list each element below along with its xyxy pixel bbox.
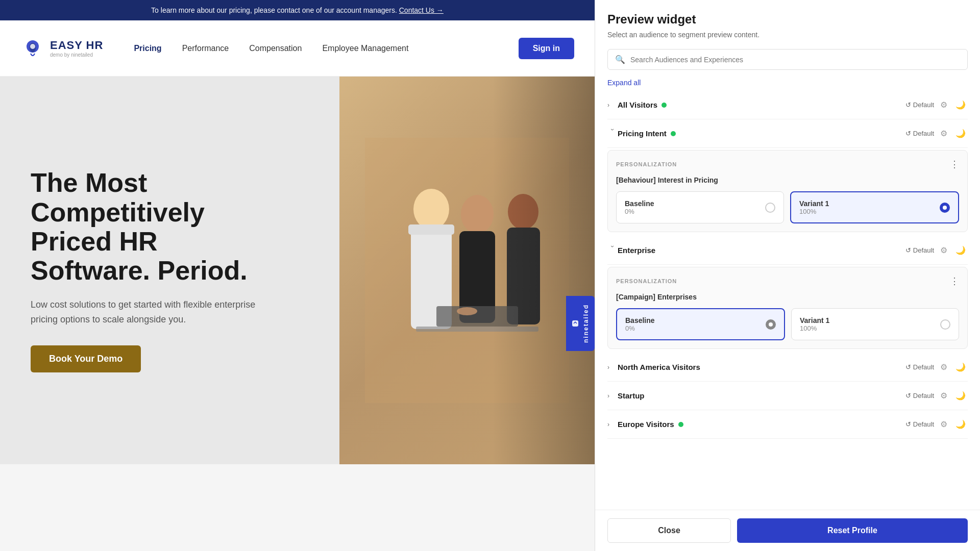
hero-title: The Most Competitively Priced HR Softwar… <box>31 168 276 285</box>
ninetailed-icon <box>571 319 579 328</box>
svg-rect-13 <box>572 320 578 327</box>
settings-icon-europe[interactable]: ⚙ <box>938 417 949 431</box>
ninetailed-tab[interactable]: ninetailed <box>566 296 595 351</box>
panel-title: Preview widget <box>607 12 968 27</box>
search-input[interactable] <box>630 56 960 64</box>
variants-row-enterprise: Baseline 0% Variant 1 100% <box>616 308 959 340</box>
variant-1-enterprise[interactable]: Variant 1 100% <box>791 308 959 340</box>
radio-baseline-enterprise[interactable] <box>766 319 776 330</box>
moon-icon-startup[interactable]: 🌙 <box>953 389 968 403</box>
svg-point-8 <box>508 194 538 230</box>
radio-variant1-enterprise[interactable] <box>940 319 950 330</box>
top-banner: To learn more about our pricing, please … <box>0 0 595 20</box>
logo-text: EASY HR demo by ninetailed <box>50 39 103 58</box>
baseline-pct-pricing: 0% <box>625 208 654 215</box>
hero-content: The Most Competitively Priced HR Softwar… <box>0 128 306 413</box>
refresh-icon: ↺ <box>905 130 911 137</box>
moon-icon-europe[interactable]: 🌙 <box>953 417 968 431</box>
more-button-pricing[interactable]: ⋮ <box>950 159 959 170</box>
nav-employee-management[interactable]: Employee Management <box>322 44 408 53</box>
audience-actions-enterprise: ↺ Default ⚙ 🌙 <box>905 243 968 257</box>
audience-name-europe: Europe Visitors <box>618 420 905 429</box>
signin-button[interactable]: Sign in <box>519 38 574 59</box>
hero-subtitle: Low cost solutions to get started with f… <box>31 297 276 327</box>
personalization-label-enterprise: PERSONALIZATION <box>616 278 677 284</box>
moon-icon-all-visitors[interactable]: 🌙 <box>953 98 968 112</box>
audience-row-all-visitors[interactable]: › All Visitors ↺ Default ⚙ 🌙 <box>607 91 968 119</box>
radio-baseline-pricing[interactable] <box>765 203 775 213</box>
audience-row-pricing-intent[interactable]: › Pricing Intent ↺ Default ⚙ 🌙 PERSO <box>607 119 968 232</box>
baseline-name-enterprise: Baseline <box>625 316 655 324</box>
audience-name-startup: Startup <box>618 391 905 400</box>
variant1-pct-pricing: 100% <box>799 208 829 215</box>
panel-content: › All Visitors ↺ Default ⚙ 🌙 › <box>595 91 980 510</box>
moon-icon-enterprise[interactable]: 🌙 <box>953 243 968 257</box>
variant-baseline-enterprise[interactable]: Baseline 0% <box>616 308 785 340</box>
variant1-name-enterprise: Variant 1 <box>800 316 829 324</box>
audience-actions-europe: ↺ Default ⚙ 🌙 <box>905 417 968 431</box>
reset-profile-button[interactable]: Reset Profile <box>737 518 968 543</box>
audience-actions-startup: ↺ Default ⚙ 🌙 <box>905 389 968 403</box>
settings-icon-pricing-intent[interactable]: ⚙ <box>938 127 949 140</box>
personalization-label-pricing: PERSONALIZATION <box>616 161 677 167</box>
moon-icon-pricing-intent[interactable]: 🌙 <box>953 127 968 140</box>
audience-row-north-america[interactable]: › North America Visitors ↺ Default ⚙ 🌙 <box>607 353 968 382</box>
settings-icon-north-america[interactable]: ⚙ <box>938 360 949 374</box>
banner-text: To learn more about our pricing, please … <box>151 6 397 14</box>
banner-link[interactable]: Contact Us → <box>399 6 444 14</box>
nav-performance[interactable]: Performance <box>182 44 229 53</box>
more-button-enterprise[interactable]: ⋮ <box>950 276 959 287</box>
navbar: EASY HR demo by ninetailed Pricing Perfo… <box>0 20 595 77</box>
svg-point-12 <box>457 307 477 315</box>
personalization-header-pricing: PERSONALIZATION ⋮ <box>616 159 959 170</box>
brand-name: EASY HR <box>50 39 103 52</box>
svg-rect-5 <box>408 224 454 235</box>
close-button[interactable]: Close <box>607 518 731 543</box>
refresh-icon: ↺ <box>905 363 911 371</box>
panel-header: Preview widget Select an audience to seg… <box>595 0 980 91</box>
book-demo-button[interactable]: Book Your Demo <box>31 345 141 372</box>
search-icon: 🔍 <box>615 55 625 64</box>
audience-actions-north-america: ↺ Default ⚙ 🌙 <box>905 360 968 374</box>
refresh-icon: ↺ <box>905 420 911 428</box>
default-badge-north-america: ↺ Default <box>905 363 934 371</box>
nav-links: Pricing Performance Compensation Employe… <box>134 44 518 53</box>
panel-footer: Close Reset Profile <box>595 510 980 551</box>
audience-row-enterprise[interactable]: › Enterprise ↺ Default ⚙ 🌙 PERSONALIZATI… <box>607 236 968 349</box>
baseline-pct-enterprise: 0% <box>625 324 655 332</box>
status-dot-all-visitors <box>662 103 667 108</box>
variant1-pct-enterprise: 100% <box>800 324 829 332</box>
svg-point-1 <box>30 44 35 49</box>
expand-all-button[interactable]: Expand all <box>607 79 641 87</box>
people-illustration <box>365 138 569 403</box>
audience-name-enterprise: Enterprise <box>618 246 905 255</box>
hero-image <box>339 77 595 464</box>
default-badge-pricing-intent: ↺ Default <box>905 130 934 137</box>
variant-1-pricing[interactable]: Variant 1 100% <box>790 191 959 223</box>
nav-compensation[interactable]: Compensation <box>249 44 302 53</box>
experiment-name-pricing: [Behaviour] Interest in Pricing <box>616 176 959 184</box>
moon-icon-north-america[interactable]: 🌙 <box>953 360 968 374</box>
site-area: To learn more about our pricing, please … <box>0 0 595 551</box>
chevron-icon-enterprise: › <box>609 245 616 256</box>
audience-actions-all-visitors: ↺ Default ⚙ 🌙 <box>905 98 968 112</box>
nav-pricing[interactable]: Pricing <box>134 44 161 53</box>
settings-icon-startup[interactable]: ⚙ <box>938 389 949 403</box>
audience-row-startup[interactable]: › Startup ↺ Default ⚙ 🌙 <box>607 382 968 410</box>
hero-section: The Most Competitively Priced HR Softwar… <box>0 77 595 464</box>
variant-baseline-pricing[interactable]: Baseline 0% <box>616 191 784 223</box>
audience-row-europe[interactable]: › Europe Visitors ↺ Default ⚙ 🌙 <box>607 410 968 439</box>
settings-icon-all-visitors[interactable]: ⚙ <box>938 98 949 112</box>
radio-variant1-pricing[interactable] <box>940 203 950 213</box>
panel-subtitle: Select an audience to segment preview co… <box>607 31 968 39</box>
settings-icon-enterprise[interactable]: ⚙ <box>938 243 949 257</box>
chevron-icon-pricing-intent: › <box>609 129 616 139</box>
refresh-icon: ↺ <box>905 101 911 109</box>
hero-image-placeholder <box>339 77 595 464</box>
chevron-icon-all-visitors: › <box>607 102 618 109</box>
brand-sub: demo by ninetailed <box>50 52 103 58</box>
search-box[interactable]: 🔍 <box>607 49 968 70</box>
preview-panel: Preview widget Select an audience to seg… <box>595 0 980 551</box>
default-badge-startup: ↺ Default <box>905 392 934 399</box>
default-badge-all-visitors: ↺ Default <box>905 101 934 109</box>
